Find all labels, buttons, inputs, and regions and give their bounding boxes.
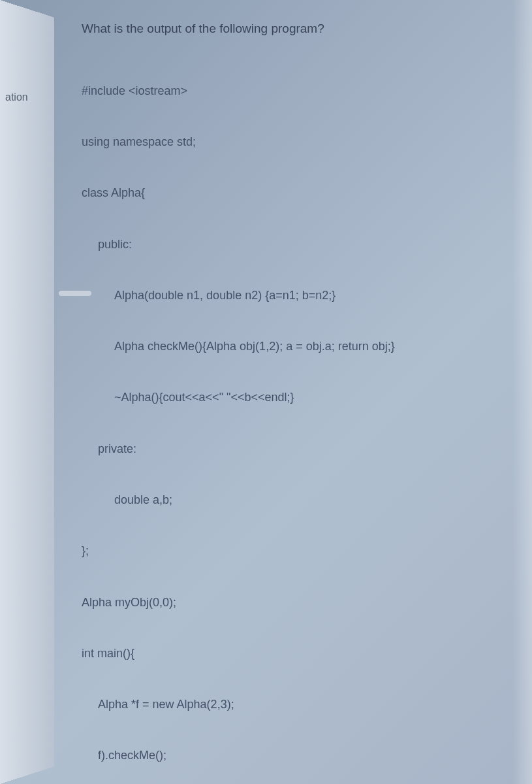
- pointer-indicator: [59, 291, 91, 296]
- side-tab-label: ation: [5, 91, 28, 103]
- code-line: Alpha checkMe(){Alpha obj(1,2); a = obj.…: [82, 338, 512, 355]
- page-edge: [512, 0, 532, 784]
- code-block: #include <iostream> using namespace std;…: [82, 48, 512, 785]
- code-line: using namespace std;: [82, 133, 512, 150]
- code-line: Alpha *f = new Alpha(2,3);: [82, 696, 512, 713]
- code-line: f).checkMe();: [82, 747, 512, 764]
- code-line: ~Alpha(){cout<<a<<" "<<b<<endl;}: [82, 389, 512, 406]
- code-line: int main(){: [82, 645, 512, 662]
- question-content: What is the output of the following prog…: [82, 20, 512, 784]
- code-line: private:: [82, 440, 512, 457]
- code-line: #include <iostream>: [82, 82, 512, 99]
- code-line: Alpha(double n1, double n2) {a=n1; b=n2;…: [82, 287, 512, 304]
- code-line: class Alpha{: [82, 184, 512, 201]
- question-title: What is the output of the following prog…: [82, 20, 512, 39]
- code-line: double a,b;: [82, 491, 512, 508]
- code-line: Alpha myObj(0,0);: [82, 594, 512, 611]
- page-fold: [0, 0, 54, 784]
- code-line: public:: [82, 236, 512, 253]
- code-line: };: [82, 542, 512, 559]
